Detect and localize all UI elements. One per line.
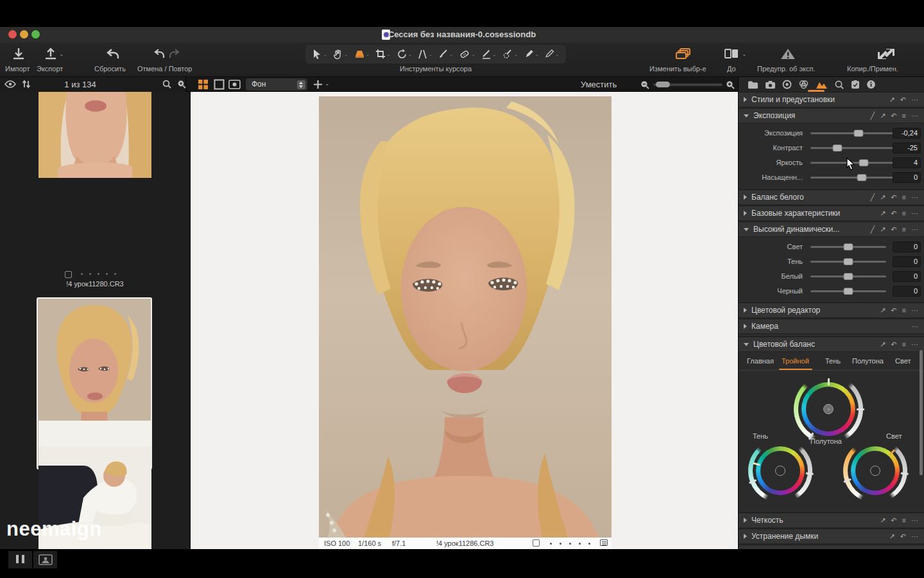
more-icon[interactable]: ··· [911,112,918,119]
export-button[interactable]: Экспорт [37,65,63,73]
pause-button[interactable] [8,551,32,568]
rating-dot[interactable] [550,543,552,545]
zoom-slider[interactable] [653,83,723,86]
straighten-tool[interactable]: ⌄ [418,49,432,60]
reset-icon[interactable]: ↶ [891,112,896,119]
tab-color[interactable] [798,80,809,89]
tab-main[interactable]: Главная [747,357,774,365]
multi-view-icon[interactable] [198,79,209,90]
heal-tool[interactable]: ⌄ [459,49,475,60]
more-icon[interactable]: ··· [911,210,918,217]
section-styles-presets[interactable]: Стили и предустановки ↗↶··· [739,92,924,107]
import-button[interactable]: Импорт [5,65,30,73]
highlight-slider[interactable] [810,246,886,248]
background-select[interactable]: Фон [246,78,307,91]
copy-apply-button[interactable]: Копир./Примен. [847,65,898,73]
reset-icon[interactable]: ↶ [891,341,896,348]
rating-dot[interactable] [98,273,99,275]
before-after-icon[interactable] [724,47,740,61]
import-icon[interactable] [12,47,26,61]
picture-in-picture-button[interactable] [33,551,57,568]
more-icon[interactable]: ··· [911,226,918,233]
export-chevron-icon[interactable]: ⌄ [59,51,64,57]
exposure-warning-icon[interactable] [780,47,796,61]
tab-exposure-active[interactable] [816,80,828,89]
more-icon[interactable]: ··· [911,341,918,348]
before-after-chevron-icon[interactable]: ⌄ [742,51,747,57]
rating-dot[interactable] [579,543,581,545]
copy-adjustments-icon[interactable]: ↗ [889,96,895,103]
slider-handle[interactable] [844,258,853,265]
tab-details[interactable] [834,80,844,89]
section-white-balance[interactable]: Баланс белого ╱↗↶≡··· [739,189,924,205]
reset-icon[interactable]: ↶ [891,307,896,314]
slider-value[interactable]: -0,24 [893,128,921,139]
reset-icon[interactable]: ↶ [891,194,896,201]
copy-adjustments-icon[interactable]: ↗ [880,341,886,348]
copy-apply-icon[interactable] [876,47,898,61]
erase-tool[interactable]: ⌄ [481,49,497,60]
before-button[interactable]: До [727,65,736,73]
wheel-center-marker[interactable] [823,404,834,414]
shadow-color-wheel[interactable] [748,439,812,503]
slider-handle[interactable] [844,288,853,295]
black-slider[interactable] [810,290,886,292]
reset-adjustments-icon[interactable] [105,47,121,61]
auto-adjust-icon[interactable]: ╱ [871,112,875,119]
section-exposure[interactable]: Экспозиция ╱↗↶≡··· [739,108,924,123]
tab-capture[interactable] [765,80,776,89]
tab-lens[interactable] [782,80,792,89]
add-icon[interactable] [313,80,323,89]
section-levels[interactable]: Уровни ↗↶≡··· [739,545,924,549]
select-tool[interactable]: ⌄ [312,49,327,60]
add-chevron-icon[interactable]: ⌄ [325,80,330,87]
export-icon[interactable] [44,47,58,61]
section-dehaze[interactable]: Устранение дымки ↗↶··· [739,529,924,544]
rating-dot[interactable] [588,543,590,545]
slider-handle[interactable] [844,243,853,250]
crop-tool[interactable]: ⌄ [375,49,391,60]
white-slider[interactable] [810,276,886,277]
more-icon[interactable]: ··· [911,307,918,314]
copy-adjustments-icon[interactable]: ↗ [880,210,886,217]
loupe-tool-active[interactable]: ⌄ [354,49,370,60]
edit-selected-icon[interactable] [675,47,693,61]
slider-value[interactable]: 0 [893,256,921,267]
rating-dot[interactable] [81,273,83,275]
more-icon[interactable]: ··· [911,517,918,524]
slider-handle[interactable] [854,130,864,137]
edit-selected-button[interactable]: Изменить выбр-е [649,65,706,73]
highlight-color-wheel[interactable] [843,439,907,503]
reset-icon[interactable]: ↶ [900,533,906,540]
tab-metadata[interactable] [866,80,876,89]
menu-icon[interactable]: ≡ [902,112,906,119]
reset-icon[interactable]: ↶ [891,517,896,524]
reset-icon[interactable]: ↶ [900,96,906,103]
tab-midtone[interactable]: Полутона [852,357,884,365]
copy-adjustments-icon[interactable]: ↗ [880,307,886,314]
slider-value[interactable]: 0 [893,241,921,252]
eyedropper-icon[interactable]: ╱ [871,194,875,201]
exif-checkbox[interactable] [533,539,540,547]
auto-adjust-icon[interactable]: ╱ [871,226,875,233]
exposure-warning-button[interactable]: Предупр. об эксп. [757,65,816,73]
slider-value[interactable]: 0 [893,172,921,183]
tab-shadow[interactable]: Тень [825,357,841,365]
rotate-tool[interactable]: ⌄ [397,49,413,60]
section-clarity[interactable]: Четкость ↗↶≡··· [739,512,924,528]
wheel-center-marker[interactable] [870,466,880,476]
reset-icon[interactable]: ↶ [891,226,896,233]
reset-button[interactable]: Сбросить [94,65,126,73]
zoom-slider-handle[interactable] [656,82,670,87]
copy-adjustments-icon[interactable]: ↗ [880,194,886,201]
panel-scrollbar[interactable] [920,350,923,475]
zoom-in-icon[interactable] [725,80,735,90]
more-icon[interactable]: ··· [911,323,918,330]
proof-view-icon[interactable] [228,80,241,89]
midtone-color-wheel[interactable] [794,374,863,444]
slider-handle[interactable] [859,159,869,166]
section-base-characteristics[interactable]: Базовые характеристики ↗↶≡··· [739,206,924,221]
redo-icon[interactable] [168,47,181,61]
more-icon[interactable]: ··· [911,194,918,201]
draw-mask-tool[interactable]: ⌄ [524,49,539,60]
